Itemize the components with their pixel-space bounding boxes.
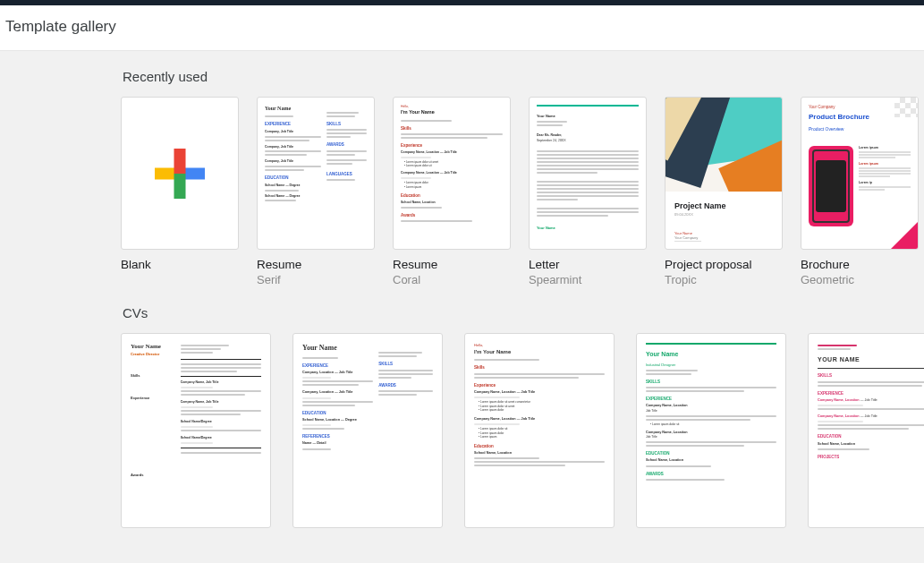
thumb-role: Industrial Designer [646, 363, 776, 368]
template-title: Blank [121, 257, 239, 273]
thumb-section: Experience [474, 383, 605, 388]
thumb-section: Skills [131, 373, 175, 379]
thumb-section: Skills [474, 365, 605, 371]
thumb-heading: Your Name [265, 105, 321, 112]
section-cvs: CVs Your Name Creative Director Skills E… [0, 287, 924, 528]
thumb-section: EXPERIENCE [646, 397, 776, 402]
thumb-text: Lorem ipsum [859, 146, 911, 149]
google-plus-icon [155, 149, 205, 199]
section-title: Recently used [123, 69, 924, 84]
thumb-section: EDUCATION [302, 411, 373, 416]
template-title: Project proposal [665, 257, 783, 273]
thumb-section: EXPERIENCE [302, 363, 373, 369]
thumb-subheading: Product Overview [809, 126, 911, 132]
thumb-heading: Your Name [131, 343, 175, 352]
template-label: Resume Coral [393, 257, 511, 287]
thumb-signature: Your Name [537, 226, 639, 231]
template-subtitle: Spearmint [529, 273, 647, 288]
thumb-heading: Product Brochure [809, 113, 911, 121]
template-thumbnail: YOUR NAME SKILLS EXPERIENCE Company Name… [808, 333, 924, 528]
thumb-date: 09.04.20XX [674, 212, 726, 217]
thumb-section: AWARDS [646, 472, 776, 477]
section-title: CVs [123, 305, 924, 320]
template-subtitle: Geometric [801, 273, 919, 288]
template-card-letter-spearmint[interactable]: Your Name Dear Ms. Reader, September 24,… [529, 97, 647, 287]
template-title: Letter [529, 257, 647, 273]
template-card-cv-modern-writer[interactable]: YOUR NAME SKILLS EXPERIENCE Company Name… [808, 333, 924, 528]
template-title: Brochure [801, 257, 919, 273]
thumb-footer: Your Company [674, 235, 701, 240]
thumb-section: SKILLS [646, 380, 776, 385]
template-title: Resume [393, 257, 511, 273]
template-card-resume-coral[interactable]: Hello, I'm Your Name Skills Experience C… [393, 97, 511, 287]
template-label: Resume Serif [257, 257, 375, 287]
thumb-heading: I'm Your Name [474, 348, 605, 355]
thumb-section: EDUCATION [818, 434, 924, 439]
thumb-heading: Your Name [537, 114, 639, 119]
template-subtitle: Serif [257, 273, 375, 288]
page-title: Template gallery [5, 18, 924, 36]
template-thumbnail: Your Name Creative Director Skills Exper… [121, 333, 271, 528]
thumb-heading: Project Name [674, 201, 726, 210]
template-thumbnail: Hello, I'm Your Name Skills Experience C… [393, 97, 511, 250]
thumb-role: Creative Director [131, 352, 175, 357]
thumb-section: AWARDS [326, 142, 367, 148]
template-card-cv-serif[interactable]: Your Name EXPERIENCE Company, Location —… [292, 333, 443, 528]
template-card-cv-swiss[interactable]: Your Name Creative Director Skills Exper… [121, 333, 271, 528]
template-thumbnail: Project Name 09.04.20XX Your Name Your C… [665, 97, 783, 250]
template-subtitle: Tropic [665, 273, 783, 288]
section-recently-used: Recently used Blank [0, 51, 924, 287]
thumb-heading: YOUR NAME [818, 355, 924, 364]
template-thumbnail: Your Company Product Brochure Product Ov… [801, 97, 919, 250]
thumb-section: SKILLS [326, 122, 367, 127]
thumb-section: EDUCATION [265, 175, 321, 181]
thumb-section: EDUCATION [646, 451, 776, 456]
template-thumbnail: Hello, I'm Your Name Skills Experience C… [464, 333, 615, 528]
thumb-section: Education [474, 444, 605, 449]
template-card-cv-coral[interactable]: Hello, I'm Your Name Skills Experience C… [464, 333, 615, 528]
thumb-section: Skills [401, 126, 503, 132]
template-thumbnail [121, 97, 239, 250]
template-card-blank[interactable]: Blank [121, 97, 239, 287]
template-card-cv-spearmint[interactable]: Your Name Industrial Designer SKILLS EXP… [636, 333, 786, 528]
template-gallery: Recently used Blank [0, 51, 924, 563]
template-title: Resume [257, 257, 375, 273]
template-label: Brochure Geometric [801, 257, 919, 287]
thumb-section: SKILLS [818, 373, 924, 379]
thumb-section: Awards [131, 473, 175, 478]
thumb-section: SKILLS [378, 362, 433, 367]
thumb-section: Experience [131, 396, 175, 401]
template-thumbnail: Your Name Dear Ms. Reader, September 24,… [529, 97, 647, 250]
template-card-resume-serif[interactable]: Your Name EXPERIENCE Company, Job Title … [257, 97, 375, 287]
template-label: Letter Spearmint [529, 257, 647, 287]
template-card-project-proposal-tropic[interactable]: Project Name 09.04.20XX Your Name Your C… [665, 97, 783, 287]
thumb-section: AWARDS [378, 383, 433, 388]
thumb-company: Your Company [809, 105, 911, 109]
recent-row: Blank Your Name EXPERIENCE Company, Job … [121, 97, 924, 287]
template-label: Blank [121, 257, 239, 273]
thumb-heading: Your Name [302, 343, 373, 353]
template-thumbnail: Your Name EXPERIENCE Company, Location —… [292, 333, 443, 528]
template-label: Project proposal Tropic [665, 257, 783, 287]
template-thumbnail: Your Name Industrial Designer SKILLS EXP… [636, 333, 786, 528]
thumb-section: Awards [401, 213, 503, 218]
thumb-section: PROJECTS [818, 455, 924, 460]
gallery-header: Template gallery [0, 5, 924, 51]
template-card-brochure-geometric[interactable]: Your Company Product Brochure Product Ov… [801, 97, 919, 287]
thumb-section: EXPERIENCE [265, 122, 321, 127]
template-thumbnail: Your Name EXPERIENCE Company, Job Title … [257, 97, 375, 250]
thumb-section: Education [401, 193, 503, 199]
template-subtitle: Coral [393, 273, 511, 288]
thumb-section: EXPERIENCE [818, 391, 924, 397]
thumb-heading: I'm Your Name [401, 109, 503, 116]
cv-row: Your Name Creative Director Skills Exper… [121, 333, 924, 528]
thumb-section: Experience [401, 143, 503, 149]
thumb-heading: Your Name [646, 350, 776, 359]
phone-icon [809, 146, 853, 226]
